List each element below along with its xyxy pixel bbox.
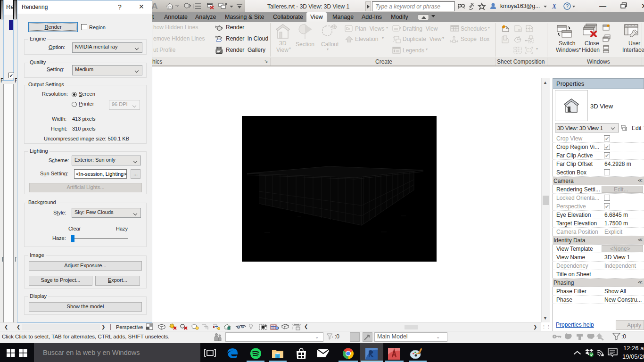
svg-text:kmoya163@g...: kmoya163@g... [500, 3, 540, 9]
svg-text:?: ? [566, 3, 569, 9]
svg-text:X: X [552, 3, 557, 10]
